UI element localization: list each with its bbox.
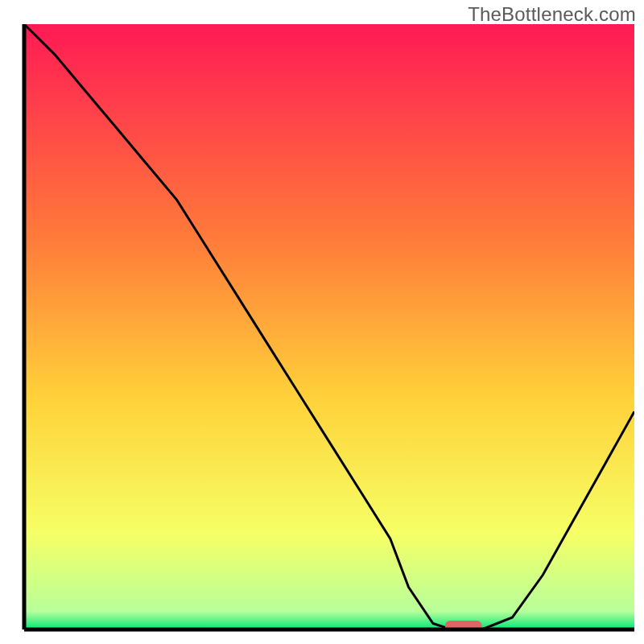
chart-container: { "watermark": "TheBottleneck.com", "col… <box>0 0 644 644</box>
gradient-background <box>24 24 634 630</box>
watermark-text: TheBottleneck.com <box>468 3 636 26</box>
bottleneck-chart <box>0 0 644 644</box>
plot-area <box>24 24 634 632</box>
